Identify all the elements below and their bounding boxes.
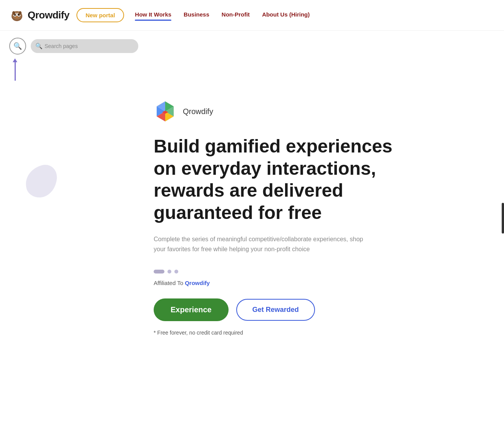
dot-2[interactable]	[167, 270, 171, 273]
affiliated-row: Affiliated To Qrowdify	[154, 280, 407, 286]
search-row: 🔍 🔍	[0, 31, 504, 61]
owl-logo-icon	[9, 8, 25, 23]
left-blob-decoration	[23, 161, 61, 204]
dot-3[interactable]	[174, 270, 178, 273]
arrow-up-icon	[15, 61, 16, 81]
search-icon: 🔍	[35, 43, 43, 50]
navbar: Qrowdify New portal How It Works Busines…	[0, 0, 504, 31]
brand-link[interactable]: Qrowdify	[9, 8, 70, 23]
nav-how-it-works[interactable]: How It Works	[135, 11, 171, 19]
arrow-container	[0, 61, 504, 85]
new-portal-button[interactable]: New portal	[76, 8, 124, 22]
dot-1[interactable]	[154, 270, 164, 273]
main-content: Qrowdify Build gamified experiences on e…	[0, 85, 504, 352]
free-note: * Free forever, no credit card required	[154, 329, 407, 337]
nav-nonprofit[interactable]: Non-Profit	[222, 11, 250, 19]
nav-business[interactable]: Business	[184, 11, 209, 19]
affiliated-prefix: Affiliated To	[154, 280, 185, 286]
nav-about-us[interactable]: About Us (Hiring)	[262, 11, 310, 19]
hero-title: Build gamified experiences on everyday i…	[154, 135, 407, 224]
brand-name: Qrowdify	[28, 9, 70, 21]
search-input-wrapper: 🔍	[31, 39, 138, 53]
experience-button[interactable]: Experience	[154, 298, 229, 321]
brand-label: Qrowdify	[183, 107, 213, 116]
brand-row: Qrowdify	[154, 100, 407, 123]
brand-logo-icon	[154, 100, 177, 123]
scrollbar[interactable]	[502, 203, 504, 234]
search-circle-icon: 🔍	[13, 42, 22, 50]
search-circle-button[interactable]: 🔍	[9, 38, 26, 55]
pagination-dots	[154, 270, 407, 273]
nav-links: How It Works Business Non-Profit About U…	[135, 11, 310, 19]
content-area: Qrowdify Build gamified experiences on e…	[154, 100, 407, 337]
hero-subtitle: Complete the series of meaningful compet…	[154, 234, 376, 254]
get-rewarded-button[interactable]: Get Rewarded	[236, 299, 315, 321]
buttons-row: Experience Get Rewarded	[154, 298, 407, 321]
affiliated-link[interactable]: Qrowdify	[185, 280, 210, 286]
search-input[interactable]	[31, 39, 138, 53]
